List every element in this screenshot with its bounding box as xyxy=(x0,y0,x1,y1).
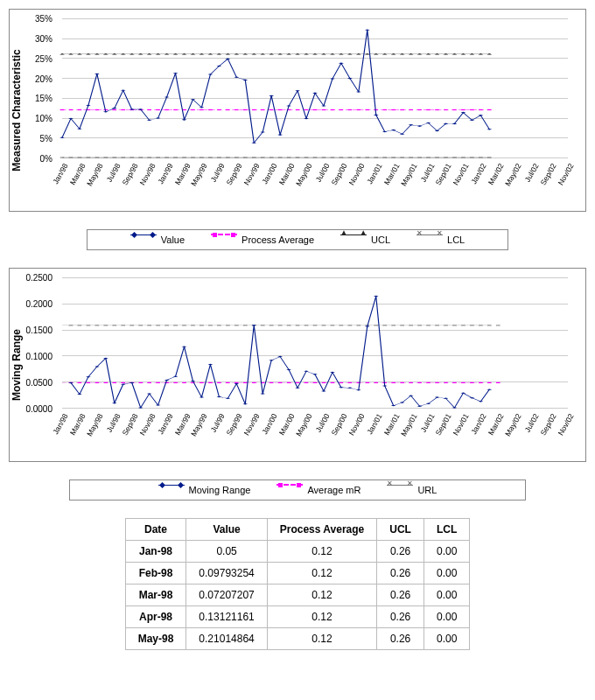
table-cell: 0.13121161 xyxy=(186,606,267,628)
table-cell: Feb-98 xyxy=(125,563,186,584)
x-tick: Nov/00 xyxy=(346,162,366,186)
x-tick: Jul/02 xyxy=(523,412,541,434)
table-cell: 0.12 xyxy=(267,606,377,628)
y-tick: 20% xyxy=(35,74,52,83)
table-cell: 0.12 xyxy=(267,541,377,563)
x-tick: Jul/98 xyxy=(104,412,122,434)
x-tick: Jan/01 xyxy=(365,412,383,436)
x-tick: May/00 xyxy=(294,162,314,187)
x-tick: May/00 xyxy=(294,412,314,438)
x-tick: Sep/00 xyxy=(329,412,348,437)
chart-moving-range: Moving Range 0.00000.05000.10000.15000.2… xyxy=(9,268,586,462)
table-cell: 0.09793254 xyxy=(186,563,267,584)
chart-measured-characteristic: Measured Characteristic 0%5%10%15%20%25%… xyxy=(9,9,586,212)
table-cell: 0.00 xyxy=(424,541,469,563)
y-tick: 0.1000 xyxy=(25,352,52,361)
column-header: Value xyxy=(186,519,267,541)
x-tick: Sep/02 xyxy=(539,412,558,437)
y-tick: 0% xyxy=(40,154,52,164)
column-header: LCL xyxy=(424,519,469,541)
x-tick: May/98 xyxy=(85,162,105,187)
x-tick: Jan/01 xyxy=(365,162,383,186)
triangle-icon xyxy=(340,234,367,246)
legend-item-value: Value xyxy=(130,234,185,246)
legend-item-process-average: Process Average xyxy=(211,234,314,246)
x-tick: May/98 xyxy=(85,412,105,438)
y-tick: 0.0500 xyxy=(25,378,52,388)
legend-item-ucl: UCL xyxy=(340,234,390,246)
x-tick: Jan/02 xyxy=(470,162,488,186)
cross-icon xyxy=(387,485,413,496)
x-tick: Jan/98 xyxy=(51,412,69,436)
x-tick: Sep/99 xyxy=(225,412,244,437)
x-tick: Jul/01 xyxy=(418,412,436,434)
x-tick: Jul/02 xyxy=(523,162,541,184)
x-tick: May/01 xyxy=(399,412,419,438)
table-cell: 0.12 xyxy=(267,584,377,606)
table-cell: Apr-98 xyxy=(125,606,186,628)
x-tick: Jan/98 xyxy=(51,162,69,186)
table-cell: 0.00 xyxy=(424,584,469,606)
x-tick: Jul/00 xyxy=(314,162,332,184)
diamond-icon xyxy=(158,485,185,496)
x-tick: May/02 xyxy=(503,412,523,438)
x-tick: Sep/01 xyxy=(434,162,453,186)
diamond-icon xyxy=(130,234,157,246)
x-tick: Nov/01 xyxy=(452,412,471,437)
table-cell: 0.26 xyxy=(377,584,424,606)
y-tick: 0.2000 xyxy=(25,299,52,309)
table-cell: 0.00 xyxy=(424,563,469,584)
legend-label: Process Average xyxy=(242,234,314,245)
table-cell: 0.26 xyxy=(377,563,424,584)
legend-label: Value xyxy=(161,234,185,245)
y-tick: 10% xyxy=(35,114,52,123)
table-cell: May-98 xyxy=(125,628,186,650)
y-tick: 35% xyxy=(35,14,52,24)
legend-item-lcl: LCL xyxy=(416,234,465,246)
table-cell: 0.12 xyxy=(267,628,377,650)
legend-item-moving-range: Moving Range xyxy=(158,484,251,496)
column-header: Process Average xyxy=(267,519,377,541)
legend-label: Average mR xyxy=(307,485,360,495)
x-tick: May/01 xyxy=(399,162,419,187)
table-cell: 0.26 xyxy=(377,606,424,628)
table-row: May-980.210148640.120.260.00 xyxy=(125,628,470,650)
x-tick: Jul/99 xyxy=(209,162,227,184)
x-tick: Sep/00 xyxy=(329,162,348,186)
y-tick: 0.1500 xyxy=(25,326,52,335)
table-cell: 0.26 xyxy=(377,541,424,563)
legend-2: Moving Range Average mR URL xyxy=(69,480,526,500)
x-tick: Jul/01 xyxy=(418,162,436,184)
x-tick: Jul/00 xyxy=(314,412,332,434)
legend-1: Value Process Average UCL LCL xyxy=(87,229,508,250)
column-header: UCL xyxy=(377,519,424,541)
x-tick: Nov/01 xyxy=(452,162,471,186)
x-tick: Jan/02 xyxy=(470,412,488,436)
x-tick: Sep/02 xyxy=(539,162,558,186)
table-cell: Mar-98 xyxy=(125,584,186,606)
square-icon xyxy=(276,484,303,496)
table-cell: 0.00 xyxy=(424,606,469,628)
table-cell: 0.00 xyxy=(424,628,469,650)
table-row: Feb-980.097932540.120.260.00 xyxy=(125,563,470,584)
table-row: Jan-980.050.120.260.00 xyxy=(125,541,470,563)
x-tick: May/02 xyxy=(503,162,523,187)
square-icon xyxy=(211,234,237,246)
x-tick: Jan/00 xyxy=(260,162,278,186)
table-row: Mar-980.072072070.120.260.00 xyxy=(125,584,470,606)
x-tick: Nov/98 xyxy=(137,162,157,186)
y-tick: 0.2500 xyxy=(25,273,52,283)
x-tick: Sep/98 xyxy=(120,162,139,186)
table-cell: 0.05 xyxy=(186,541,267,563)
legend-label: Moving Range xyxy=(189,485,251,495)
legend-item-average-mr: Average mR xyxy=(276,484,360,496)
legend-label: URL xyxy=(417,485,437,495)
x-tick: Jan/00 xyxy=(260,412,278,436)
cross-icon xyxy=(416,234,443,246)
legend-label: LCL xyxy=(447,234,465,245)
x-tick: Nov/02 xyxy=(556,412,576,437)
y-tick: 5% xyxy=(40,134,52,144)
y-tick: 25% xyxy=(35,53,52,63)
data-table: DateValueProcess AverageUCLLCL Jan-980.0… xyxy=(125,518,471,650)
legend-item-url: URL xyxy=(387,484,437,496)
